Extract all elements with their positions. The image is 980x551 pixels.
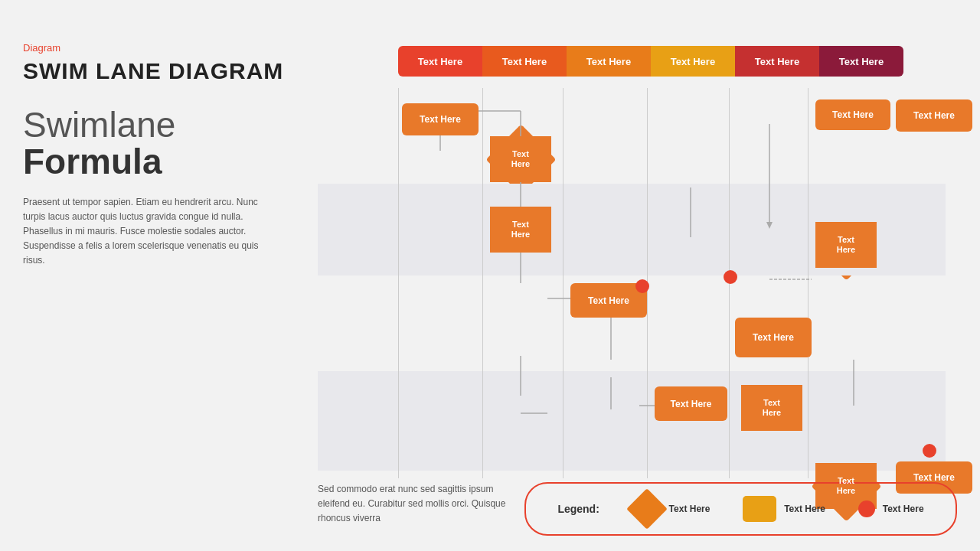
tab-2[interactable]: Text Here bbox=[482, 46, 567, 77]
legend-item-2-label: Text Here bbox=[784, 504, 825, 514]
node-diamond-2[interactable]: TextHere bbox=[490, 207, 551, 253]
node-rect-1[interactable]: Text Here bbox=[402, 103, 479, 135]
tab-3[interactable]: Text Here bbox=[567, 46, 651, 77]
node-diamond-1[interactable]: TextHere bbox=[490, 136, 551, 182]
diagram-label: Diagram bbox=[23, 42, 322, 54]
swimlane-heading: Swimlane bbox=[23, 107, 322, 142]
legend-diamond-icon bbox=[626, 488, 668, 530]
legend-rect-icon bbox=[743, 496, 776, 522]
dot-2 bbox=[724, 270, 737, 284]
legend-section: Sed commodo erat nunc sed sagittis ipsum… bbox=[318, 482, 957, 536]
node-rect-3[interactable]: Text Here bbox=[655, 386, 727, 421]
header-tabs: Text Here Text Here Text Here Text Here … bbox=[398, 46, 903, 77]
node-diamond-3[interactable]: TextHere bbox=[741, 385, 802, 431]
grid-container: Text Here TextHere TextHere Text Here Te… bbox=[318, 88, 946, 478]
legend-description: Sed commodo erat nunc sed sagittis ipsum… bbox=[318, 482, 517, 536]
node-rect-large-1[interactable]: Text Here bbox=[735, 318, 812, 357]
legend-dot-icon bbox=[858, 500, 875, 517]
node-diamond-4[interactable]: TextHere bbox=[815, 222, 877, 268]
dot-1 bbox=[635, 279, 649, 293]
description-text: Praesent ut tempor sapien. Etiam eu hend… bbox=[23, 195, 268, 269]
legend-item-3: Text Here bbox=[858, 500, 924, 517]
tab-4[interactable]: Text Here bbox=[651, 46, 735, 77]
svg-marker-14 bbox=[766, 222, 773, 229]
diagram-area: Text Here Text Here Text Here Text Here … bbox=[318, 46, 961, 490]
legend-item-1-label: Text Here bbox=[669, 504, 710, 514]
tab-1[interactable]: Text Here bbox=[398, 46, 482, 77]
page-title: SWIM LANE DIAGRAM bbox=[23, 58, 322, 84]
legend-item-1: Text Here bbox=[632, 494, 710, 523]
left-panel: Diagram SWIM LANE DIAGRAM Swimlane Formu… bbox=[23, 42, 322, 269]
dot-3 bbox=[923, 444, 936, 458]
tab-6[interactable]: Text Here bbox=[819, 46, 903, 77]
legend-item-2: Text Here bbox=[743, 496, 825, 522]
formula-heading: Formula bbox=[23, 142, 322, 181]
tab-5[interactable]: Text Here bbox=[735, 46, 819, 77]
legend-title-label: Legend: bbox=[557, 503, 599, 515]
node-rect-top-right[interactable]: Text Here bbox=[815, 99, 890, 130]
legend-panel: Legend: Text Here Text Here Text Here bbox=[524, 482, 957, 536]
node-rect-col6-row1[interactable]: Text Here bbox=[896, 99, 972, 132]
legend-item-3-label: Text Here bbox=[883, 504, 924, 514]
